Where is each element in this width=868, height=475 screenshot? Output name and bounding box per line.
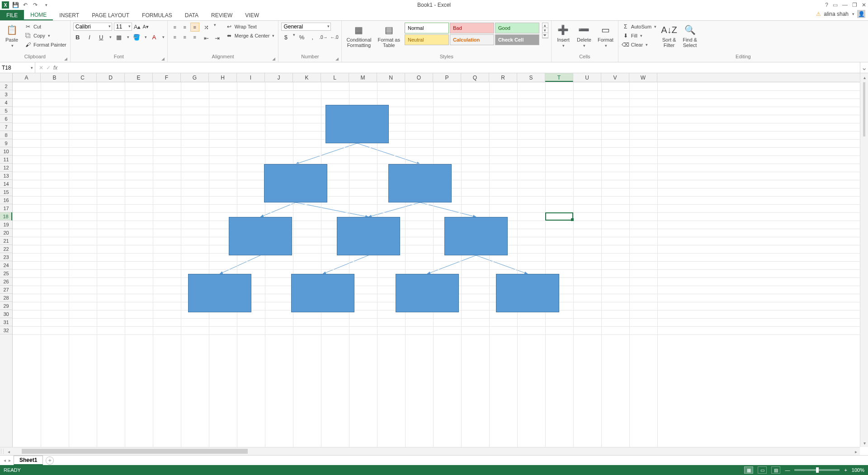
column-header[interactable]: D [97, 73, 125, 82]
cell-styles-gallery[interactable]: Normal Bad Good Neutral Calculation Chec… [405, 23, 539, 45]
column-header[interactable]: L [321, 73, 349, 82]
grow-font-icon[interactable]: A▴ [134, 24, 141, 30]
merge-center-button[interactable]: ⬌Merge & Center▾ [225, 32, 276, 40]
enter-formula-icon[interactable]: ✓ [46, 65, 51, 71]
style-calculation[interactable]: Calculation [450, 34, 494, 45]
zoom-slider[interactable] [794, 469, 840, 471]
row-header[interactable]: 25 [0, 269, 12, 277]
clipboard-launcher-icon[interactable]: ◢ [64, 56, 67, 61]
row-header[interactable]: 14 [0, 180, 12, 188]
row-header[interactable]: 7 [0, 123, 12, 131]
zoom-out-icon[interactable]: — [785, 467, 790, 473]
row-header[interactable]: 22 [0, 245, 12, 253]
row-header[interactable]: 12 [0, 164, 12, 172]
sheet-tab-sheet1[interactable]: Sheet1 [14, 456, 43, 465]
vscroll-thumb[interactable] [863, 82, 865, 136]
row-header[interactable]: 9 [0, 139, 12, 147]
style-neutral[interactable]: Neutral [405, 34, 449, 45]
hscroll-split-handle[interactable] [1, 449, 4, 454]
new-sheet-button[interactable]: + [46, 456, 54, 465]
row-header[interactable]: 15 [0, 188, 12, 196]
row-header[interactable]: 29 [0, 302, 12, 310]
column-header[interactable]: S [517, 73, 545, 82]
column-header[interactable]: H [209, 73, 237, 82]
restore-icon[interactable]: ❐ [852, 2, 857, 8]
underline-button[interactable]: U [97, 33, 106, 42]
column-header[interactable]: P [433, 73, 461, 82]
diagram-box[interactable] [229, 217, 292, 255]
align-middle-icon[interactable]: ≡ [180, 23, 189, 32]
vertical-scrollbar[interactable]: ▴ ▾ [860, 73, 868, 447]
tab-page-layout[interactable]: PAGE LAYOUT [85, 10, 136, 20]
expand-formula-bar-icon[interactable]: ⌄ [860, 62, 868, 73]
style-good[interactable]: Good [495, 23, 539, 33]
diagram-arrow[interactable] [357, 143, 420, 164]
horizontal-scrollbar[interactable]: ◂ ▸ [0, 447, 860, 455]
tab-file[interactable]: FILE [0, 10, 24, 20]
row-header[interactable]: 16 [0, 196, 12, 204]
align-bottom-icon[interactable]: ≡ [190, 23, 199, 32]
column-header[interactable]: N [377, 73, 405, 82]
cancel-formula-icon[interactable]: ✕ [39, 65, 43, 71]
row-header[interactable]: 2 [0, 82, 12, 90]
row-header[interactable]: 27 [0, 286, 12, 294]
tab-home[interactable]: HOME [24, 10, 53, 20]
format-cells-button[interactable]: ▭Format▾ [596, 23, 615, 49]
styles-gallery-scroll[interactable]: ▴▾⏷ [542, 23, 548, 38]
style-check-cell[interactable]: Check Cell [495, 34, 539, 45]
view-page-layout-icon[interactable]: ▭ [758, 466, 767, 474]
scroll-up-icon[interactable]: ▴ [860, 73, 868, 81]
number-launcher-icon[interactable]: ◢ [335, 56, 339, 61]
row-header[interactable]: 5 [0, 107, 12, 115]
qat-customize-icon[interactable]: ▾ [42, 1, 50, 9]
zoom-level[interactable]: 100% [852, 467, 864, 473]
find-select-button[interactable]: 🔍Find & Select [681, 23, 699, 49]
tab-view[interactable]: VIEW [239, 10, 265, 20]
column-header[interactable]: G [181, 73, 209, 82]
diagram-box[interactable] [388, 164, 452, 202]
column-header[interactable]: Q [461, 73, 489, 82]
diagram-arrow[interactable] [476, 255, 528, 274]
sheet-nav[interactable]: ◂▸ [4, 458, 11, 463]
diagram-box[interactable] [264, 164, 327, 202]
copy-button[interactable]: ⿻Copy▾ [24, 32, 67, 40]
column-header[interactable]: R [489, 73, 517, 82]
redo-icon[interactable]: ↷ [32, 1, 39, 9]
row-header[interactable]: 8 [0, 131, 12, 139]
column-header[interactable]: I [237, 73, 265, 82]
column-header[interactable]: U [573, 73, 601, 82]
row-header[interactable]: 32 [0, 326, 12, 334]
diagram-box[interactable] [337, 217, 400, 255]
row-header[interactable]: 6 [0, 115, 12, 123]
undo-icon[interactable]: ↶ [22, 1, 29, 9]
row-header[interactable]: 20 [0, 229, 12, 237]
diagram-box[interactable] [444, 217, 508, 255]
font-size-combo[interactable]: 11▾ [114, 23, 132, 31]
hscroll-thumb[interactable] [22, 449, 248, 454]
cut-button[interactable]: ✂Cut [24, 23, 67, 31]
column-header[interactable]: J [265, 73, 293, 82]
row-header[interactable]: 26 [0, 277, 12, 286]
row-header[interactable]: 24 [0, 261, 12, 269]
alignment-launcher-icon[interactable]: ◢ [272, 56, 275, 61]
diagram-arrow[interactable] [427, 255, 476, 274]
format-painter-button[interactable]: 🖌Format Painter [24, 41, 67, 49]
row-header[interactable]: 3 [0, 90, 12, 99]
increase-decimal-icon[interactable]: .0→ [319, 33, 328, 42]
ribbon-options-icon[interactable]: ▭ [833, 2, 838, 8]
row-header[interactable]: 18 [0, 212, 12, 221]
style-normal[interactable]: Normal [405, 23, 449, 33]
insert-cells-button[interactable]: ➕Insert▾ [554, 23, 572, 49]
row-header[interactable]: 19 [0, 221, 12, 229]
column-header[interactable]: K [293, 73, 321, 82]
column-header[interactable]: V [601, 73, 629, 82]
zoom-in-icon[interactable]: + [844, 467, 847, 473]
accounting-icon[interactable]: $ [281, 33, 290, 42]
column-header[interactable]: M [349, 73, 377, 82]
diagram-box[interactable] [326, 105, 389, 143]
column-header[interactable]: C [69, 73, 97, 82]
name-box[interactable]: T18▾ [0, 62, 35, 73]
diagram-arrow[interactable] [296, 143, 357, 164]
percent-icon[interactable]: % [297, 33, 306, 42]
shrink-font-icon[interactable]: A▾ [142, 24, 148, 30]
